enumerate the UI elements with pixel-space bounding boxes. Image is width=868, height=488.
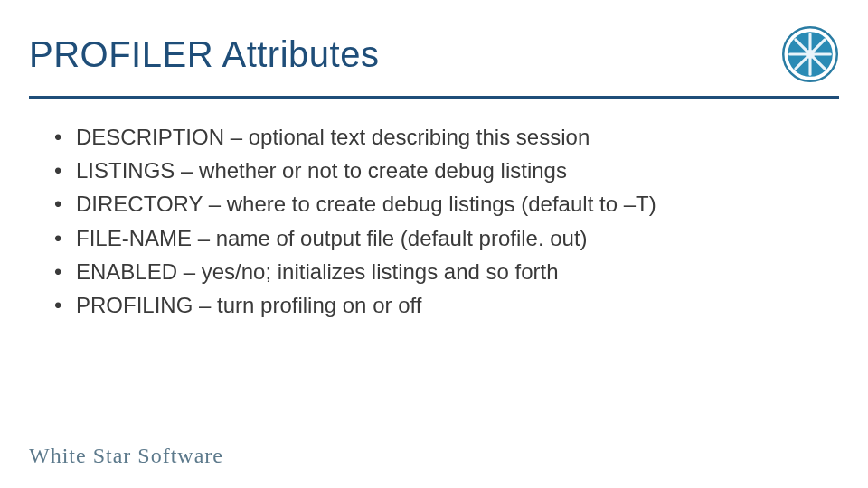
title-row: PROFILER Attributes (0, 0, 868, 83)
bullet-icon: • (54, 288, 76, 322)
bullet-icon: • (54, 255, 76, 288)
bullet-text: FILE-NAME – name of output file (default… (76, 221, 588, 255)
list-item: • PROFILING – turn profiling on or off (54, 288, 814, 322)
bullet-text: ENABLED – yes/no; initializes listings a… (76, 255, 559, 288)
bullet-text: DESCRIPTION – optional text describing t… (76, 120, 590, 154)
svg-point-6 (806, 50, 815, 59)
list-item: • FILE-NAME – name of output file (defau… (54, 221, 814, 255)
bullet-text: DIRECTORY – where to create debug listin… (76, 187, 656, 221)
slide-title: PROFILER Attributes (29, 34, 379, 75)
bullet-icon: • (54, 187, 76, 221)
list-item: • DESCRIPTION – optional text describing… (54, 120, 814, 154)
star-logo-icon (782, 26, 838, 82)
footer-company-name: White Star Software (29, 444, 223, 468)
slide: PROFILER Attributes • DESCRIPTION – opti… (0, 0, 868, 488)
bullet-text: PROFILING – turn profiling on or off (76, 288, 421, 322)
bullet-icon: • (54, 154, 76, 187)
bullet-text: LISTINGS – whether or not to create debu… (76, 154, 567, 187)
bullet-icon: • (54, 120, 76, 154)
bullet-icon: • (54, 221, 76, 255)
bullet-list: • DESCRIPTION – optional text describing… (54, 120, 814, 322)
slide-body: • DESCRIPTION – optional text describing… (0, 99, 868, 322)
list-item: • LISTINGS – whether or not to create de… (54, 154, 814, 187)
list-item: • DIRECTORY – where to create debug list… (54, 187, 814, 221)
list-item: • ENABLED – yes/no; initializes listings… (54, 255, 814, 288)
company-logo (781, 25, 839, 83)
